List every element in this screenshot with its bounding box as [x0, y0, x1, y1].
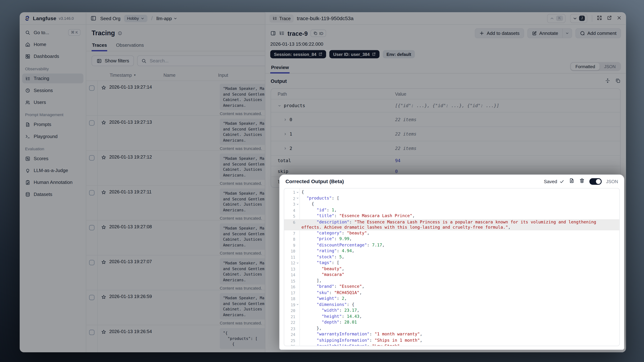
line-number: 3: [284, 201, 296, 207]
fold-spacer: [295, 296, 299, 302]
json-toggle-label: JSON: [606, 179, 618, 184]
code-text: "description": "The Essence Mascara Lash…: [299, 219, 619, 230]
fold-toggle-icon[interactable]: [295, 260, 299, 266]
fold-spacer: [295, 325, 299, 331]
code-line[interactable]: 17 "sku": "RCH45Q1A",: [284, 290, 619, 296]
code-text: "discountPercentage": 7.17,: [299, 242, 619, 248]
line-number: 10: [284, 248, 296, 254]
fold-spacer: [295, 230, 299, 236]
line-number: 21: [284, 314, 296, 320]
code-line[interactable]: 22 "depth": 28.01: [284, 320, 619, 325]
code-line[interactable]: 2 "products": [: [284, 195, 619, 201]
fold-spacer: [295, 236, 299, 242]
code-text: {: [299, 201, 619, 207]
line-number: 26: [284, 343, 296, 346]
json-editor[interactable]: 1{2 "products": [3 {4 "id": 1,5 "title":…: [284, 188, 620, 346]
file-plus-icon: [569, 178, 574, 184]
line-number: 13: [284, 266, 296, 272]
line-number: 25: [284, 338, 296, 343]
code-line[interactable]: 11 "stock": 5,: [284, 254, 619, 260]
code-line[interactable]: 4 "id": 1,: [284, 207, 619, 213]
line-number: 6: [284, 219, 296, 230]
fold-spacer: [295, 314, 299, 320]
code-text: "weight": 2,: [299, 296, 619, 302]
fold-spacer: [295, 332, 299, 338]
fold-spacer: [295, 248, 299, 254]
fold-spacer: [295, 213, 299, 219]
line-number: 19: [284, 302, 296, 308]
code-line[interactable]: 8 "price": 9.99,: [284, 236, 619, 242]
code-text: "id": 1,: [299, 207, 619, 213]
line-number: 23: [284, 325, 296, 331]
code-text: "category": "beauty",: [299, 230, 619, 236]
code-line[interactable]: 10 "rating": 4.94,: [284, 248, 619, 254]
delete-button[interactable]: [579, 178, 585, 185]
fold-spacer: [295, 343, 299, 346]
code-text: },: [299, 325, 619, 331]
desktop: Langfuse v3.146.0 Seed Org Hobby / llm-a…: [0, 0, 644, 362]
line-number: 4: [284, 207, 296, 213]
code-line[interactable]: 26 "availabilityStatus": "Low Stock",: [284, 343, 619, 346]
code-line[interactable]: 6 "description": "The Essence Mascara La…: [284, 219, 619, 230]
fold-spacer: [295, 242, 299, 248]
fold-spacer: [295, 284, 299, 290]
fold-toggle-icon[interactable]: [295, 189, 299, 195]
code-line[interactable]: 7 "category": "beauty",: [284, 230, 619, 236]
code-line[interactable]: 14 "mascara": [284, 272, 619, 278]
code-line[interactable]: 12 "tags": [: [284, 260, 619, 266]
fold-toggle-icon[interactable]: [295, 195, 299, 201]
line-number: 24: [284, 332, 296, 338]
fold-spacer: [295, 266, 299, 272]
fold-toggle-icon[interactable]: [295, 302, 299, 308]
code-line[interactable]: 15 ],: [284, 278, 619, 284]
line-number: 1: [284, 189, 296, 195]
save-as-dataset-button[interactable]: [569, 178, 574, 185]
line-number: 16: [284, 284, 296, 290]
fold-spacer: [295, 320, 299, 325]
code-text: "depth": 28.01: [299, 320, 619, 325]
toggle-knob: [596, 179, 601, 184]
trash-icon: [579, 178, 585, 184]
code-text: "tags": [: [299, 260, 619, 266]
line-number: 2: [284, 195, 296, 201]
code-line[interactable]: 16 "brand": "Essence",: [284, 284, 619, 290]
fold-spacer: [295, 272, 299, 278]
json-toggle[interactable]: [589, 178, 602, 185]
fold-spacer: [295, 254, 299, 260]
code-text: {: [299, 189, 619, 195]
code-text: "sku": "RCH45Q1A",: [299, 290, 619, 296]
check-icon: [559, 179, 564, 184]
code-line[interactable]: 9 "discountPercentage": 7.17,: [284, 242, 619, 248]
code-text: "availabilityStatus": "Low Stock",: [299, 343, 619, 346]
fold-toggle-icon[interactable]: [295, 201, 299, 207]
code-text: "beauty",: [299, 266, 619, 272]
code-line[interactable]: 3 {: [284, 201, 619, 207]
code-line[interactable]: 18 "weight": 2,: [284, 296, 619, 302]
code-line[interactable]: 5 "title": "Essence Mascara Lash Prince"…: [284, 213, 619, 219]
saved-status: Saved: [544, 179, 564, 184]
line-number: 7: [284, 230, 296, 236]
line-number: 17: [284, 290, 296, 296]
line-number: 18: [284, 296, 296, 302]
code-text: "price": 9.99,: [299, 236, 619, 242]
corrected-output-card: Corrected Output (Beta) Saved JSON 1{2 "…: [279, 174, 624, 350]
code-line[interactable]: 25 "shippingInformation": "Ships in 1 mo…: [284, 338, 619, 343]
code-text: "mascara": [299, 272, 619, 278]
code-line[interactable]: 1{: [284, 189, 619, 195]
code-text: "width": 23.17,: [299, 308, 619, 314]
line-number: 12: [284, 260, 296, 266]
code-line[interactable]: 24 "warrantyInformation": "1 month warra…: [284, 332, 619, 338]
line-number: 14: [284, 272, 296, 278]
line-number: 20: [284, 308, 296, 314]
code-text: "warrantyInformation": "1 month warranty…: [299, 332, 619, 338]
code-text: "height": 14.43,: [299, 314, 619, 320]
line-number: 15: [284, 278, 296, 284]
code-line[interactable]: 23 },: [284, 325, 619, 331]
code-line[interactable]: 19 "dimensions": {: [284, 302, 619, 308]
code-line[interactable]: 13 "beauty",: [284, 266, 619, 272]
code-line[interactable]: 21 "height": 14.43,: [284, 314, 619, 320]
code-line[interactable]: 20 "width": 23.17,: [284, 308, 619, 314]
fold-spacer: [295, 308, 299, 314]
fold-spacer: [295, 290, 299, 296]
code-text: "dimensions": {: [299, 302, 619, 308]
